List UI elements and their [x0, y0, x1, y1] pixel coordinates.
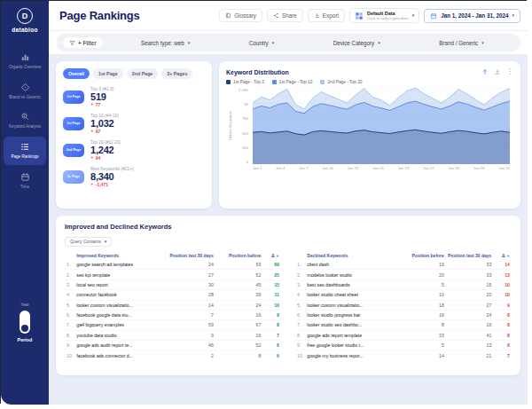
position-value: 46	[168, 341, 215, 350]
keyword-link[interactable]: google search ad templates	[74, 260, 168, 270]
chevron-down-icon: ▾	[412, 13, 415, 18]
data-source-selector[interactable]: Default Data Click to select your data ▾	[349, 8, 419, 23]
stat-delta: ▼94	[90, 155, 121, 161]
download-icon	[314, 12, 320, 19]
keyword-link[interactable]: looker studio cheat sheet	[305, 290, 398, 300]
sidebar-item-keyword-analysis[interactable]: Keyword Analysis	[4, 106, 46, 135]
column-header-delta[interactable]: Δ ▼	[262, 251, 281, 260]
column-header[interactable]: Improved Keywords	[74, 251, 168, 260]
data-source-subtitle: Click to select your data	[367, 16, 409, 20]
date-range-picker[interactable]: Jan 1, 2024 - Jan 31, 2024 ▾	[424, 9, 520, 23]
sidebar-item-organic-overview[interactable]: Organic Overview	[4, 47, 46, 75]
keyword-link[interactable]: looker custom visualizatio...	[74, 300, 168, 310]
delta-value: 10	[262, 300, 281, 310]
position-value: 28	[168, 290, 215, 300]
chevron-down-icon: ▾	[481, 41, 484, 45]
position-value: 45	[215, 279, 263, 289]
chevron-down-icon: ▾	[512, 13, 514, 18]
keyword-link[interactable]: seo kpi template	[74, 270, 168, 279]
position-value: 16	[398, 310, 446, 319]
delta-value: 94	[96, 155, 101, 161]
table-row: 8.youtube data studio9167	[65, 330, 281, 340]
keywords-card: Improved and Declined Keywords Query Con…	[56, 216, 520, 375]
keyword-link[interactable]: client dash	[305, 260, 398, 270]
keyword-link[interactable]: connector facebook	[74, 290, 168, 300]
position-value: 39	[215, 290, 263, 300]
page-tabs: Overall 1st Page 2nd Page 3+ Pages	[63, 68, 205, 79]
position-value: 20	[446, 290, 494, 300]
keyword-link[interactable]: facebook ads connector d...	[74, 350, 168, 360]
tab-1st-page[interactable]: 1st Page	[93, 68, 123, 79]
x-tick-label: Jan 4	[276, 166, 285, 170]
table-row: 5.looker custom visualizatio...18279	[295, 300, 512, 310]
stat-top10: 1st Page Top 10 (#4-10) 1,032 ▼97	[63, 110, 205, 137]
keyword-link[interactable]: modelos looker studio	[305, 270, 398, 279]
x-tick-label: Jan 7	[299, 166, 308, 170]
databloo-logo[interactable]: D databloo	[12, 8, 37, 33]
y-tick-label: 0	[246, 160, 248, 164]
delta-value: 7	[262, 330, 281, 340]
x-tick-label: Jan 1	[253, 166, 262, 170]
add-filter-button[interactable]: + Filter	[63, 37, 103, 48]
keyword-distribution-card: Keyword Distribution ⋮ 1st Page - Top 31…	[219, 61, 520, 208]
position-value: 19	[398, 260, 446, 270]
download-icon[interactable]	[494, 68, 501, 75]
delta-value: 9	[262, 310, 281, 319]
keyword-link[interactable]: google ads audit report te...	[74, 341, 168, 350]
legend-item[interactable]: 2nd Page - Top 20	[320, 80, 362, 84]
position-value: 33	[446, 270, 494, 279]
tab-3plus-pages[interactable]: 3+ Pages	[161, 68, 192, 79]
filter-device-category[interactable]: Device Category ▾	[333, 40, 380, 46]
column-header[interactable]: Position before	[215, 251, 263, 260]
row-index: 3.	[65, 279, 74, 289]
share-button[interactable]: Share	[267, 9, 303, 22]
year-label: Year	[20, 303, 29, 307]
column-header[interactable]: Position last 30 days	[446, 251, 494, 260]
legend-item[interactable]: 1st Page - Top 3	[226, 80, 264, 84]
keyword-link[interactable]: looker studio seo dashbo...	[305, 320, 398, 330]
keyword-link[interactable]: looker custom visualizatio...	[305, 300, 398, 310]
year-period-toggle[interactable]	[20, 311, 30, 334]
query-contains-filter[interactable]: Query Contains ▾	[65, 237, 112, 247]
keyword-link[interactable]: best seo dashboards	[305, 279, 398, 289]
column-header[interactable]: Declined Keywords	[305, 251, 398, 260]
keyword-link[interactable]: looker studio progress bar	[305, 310, 398, 319]
keyword-distribution-chart	[253, 88, 510, 164]
row-index: 10.	[295, 350, 305, 360]
column-header-delta[interactable]: Δ ▼	[493, 251, 512, 260]
position-value: 27	[168, 270, 215, 279]
glossary-button[interactable]: Glossary	[219, 9, 262, 22]
sidebar-item-brand-vs-generic[interactable]: Brand vs Generic	[4, 77, 46, 106]
filter-label: Device Category	[333, 40, 375, 46]
filter-brand-generic[interactable]: Brand / Generic ▾	[439, 40, 484, 46]
kebab-menu-icon[interactable]: ⋮	[506, 68, 513, 75]
position-value: 24	[446, 310, 494, 319]
column-header[interactable]: Position last 30 days	[168, 251, 215, 260]
position-value: 33	[398, 330, 446, 340]
keyword-link[interactable]: facebook google data stu...	[74, 310, 168, 319]
down-arrow-icon: ▼	[90, 183, 94, 186]
tab-2nd-page[interactable]: 2nd Page	[127, 68, 159, 79]
sidebar-item-time[interactable]: Time	[4, 167, 46, 195]
column-header[interactable]: Position before	[398, 251, 446, 260]
filter-country[interactable]: Country ▾	[249, 40, 275, 46]
keyword-link[interactable]: google my business repor...	[305, 350, 398, 360]
filter-search-type[interactable]: Search type: web ▾	[141, 40, 190, 46]
row-index: 7.	[65, 320, 74, 330]
keyword-link[interactable]: ga4 bigquery examples	[74, 320, 168, 330]
add-filter-label: + Filter	[78, 40, 97, 46]
rank-stats: 1st Page Top 3 (#1-3) 519 ▼77 1st Page T…	[63, 83, 205, 190]
export-button[interactable]: Export	[308, 9, 345, 22]
keyword-link[interactable]: google ads report template	[305, 330, 398, 340]
tab-overall[interactable]: Overall	[63, 68, 90, 79]
table-row: 5.looker custom visualizatio...142410	[65, 300, 281, 310]
position-value: 13	[446, 341, 494, 350]
table-row: 4.looker studio cheat sheet102010	[295, 290, 512, 300]
keyword-link[interactable]: local seo report	[74, 279, 168, 289]
legend-item[interactable]: 1st Page - Top 10	[272, 80, 313, 84]
sidebar-item-page-rankings[interactable]: Page Rankings	[4, 137, 46, 165]
down-arrow-icon: ▼	[90, 130, 94, 133]
keyword-link[interactable]: free google looker studio t...	[305, 341, 398, 350]
keyword-link[interactable]: youtube data studio	[74, 330, 168, 340]
arrow-up-icon[interactable]	[481, 68, 489, 75]
